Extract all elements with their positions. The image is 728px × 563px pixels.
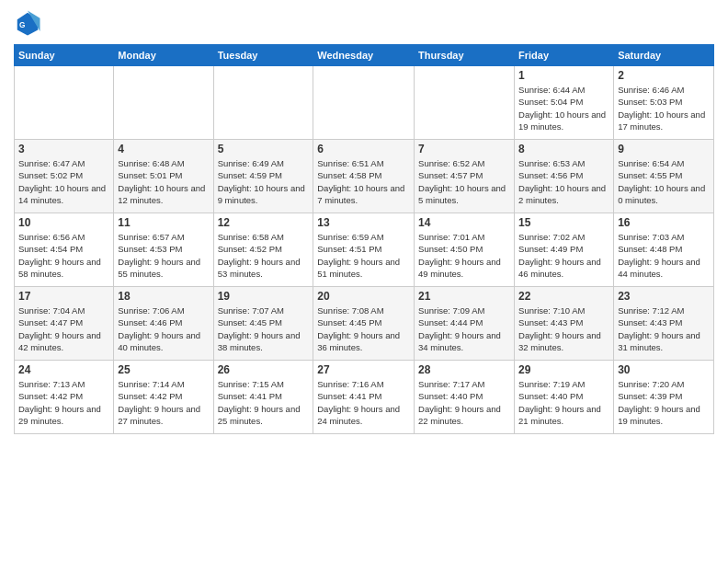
calendar-cell: 12Sunrise: 6:58 AM Sunset: 4:52 PM Dayli… [213,213,313,287]
day-info: Sunrise: 6:46 AM Sunset: 5:03 PM Dayligh… [618,84,710,132]
day-number: 24 [18,363,109,376]
day-number: 20 [317,290,410,303]
calendar-cell: 9Sunrise: 6:54 AM Sunset: 4:55 PM Daylig… [614,140,714,213]
day-number: 5 [218,143,310,155]
calendar-cell: 6Sunrise: 6:51 AM Sunset: 4:58 PM Daylig… [313,140,415,213]
day-info: Sunrise: 7:01 AM Sunset: 4:50 PM Dayligh… [418,231,510,280]
calendar-cell: 21Sunrise: 7:09 AM Sunset: 4:44 PM Dayli… [415,287,515,361]
calendar-header-row: SundayMondayTuesdayWednesdayThursdayFrid… [15,45,714,66]
calendar-week-0: 1Sunrise: 6:44 AM Sunset: 5:04 PM Daylig… [15,66,714,140]
calendar-cell: 2Sunrise: 6:46 AM Sunset: 5:03 PM Daylig… [614,66,714,140]
day-number: 27 [317,363,410,376]
calendar-cell: 26Sunrise: 7:15 AM Sunset: 4:41 PM Dayli… [213,361,313,434]
calendar-cell: 17Sunrise: 7:04 AM Sunset: 4:47 PM Dayli… [15,287,114,361]
day-info: Sunrise: 7:09 AM Sunset: 4:44 PM Dayligh… [418,304,510,353]
day-info: Sunrise: 6:59 AM Sunset: 4:51 PM Dayligh… [317,231,410,280]
calendar-cell: 13Sunrise: 6:59 AM Sunset: 4:51 PM Dayli… [313,213,415,287]
day-info: Sunrise: 7:14 AM Sunset: 4:42 PM Dayligh… [118,378,209,427]
calendar-cell: 10Sunrise: 6:56 AM Sunset: 4:54 PM Dayli… [15,213,114,287]
calendar-cell: 23Sunrise: 7:12 AM Sunset: 4:43 PM Dayli… [614,287,714,361]
day-info: Sunrise: 7:16 AM Sunset: 4:41 PM Dayligh… [317,378,410,427]
day-info: Sunrise: 6:54 AM Sunset: 4:55 PM Dayligh… [618,157,710,206]
calendar-cell [15,66,114,140]
day-info: Sunrise: 7:19 AM Sunset: 4:40 PM Dayligh… [518,378,609,427]
calendar-table: SundayMondayTuesdayWednesdayThursdayFrid… [14,44,714,434]
calendar-cell: 3Sunrise: 6:47 AM Sunset: 5:02 PM Daylig… [15,140,114,213]
day-number: 15 [518,216,609,229]
calendar-header-tuesday: Tuesday [213,45,313,66]
calendar-week-2: 10Sunrise: 6:56 AM Sunset: 4:54 PM Dayli… [15,213,714,287]
calendar-cell: 1Sunrise: 6:44 AM Sunset: 5:04 PM Daylig… [515,66,614,140]
day-number: 14 [418,216,510,229]
day-info: Sunrise: 6:51 AM Sunset: 4:58 PM Dayligh… [317,157,410,206]
day-info: Sunrise: 7:13 AM Sunset: 4:42 PM Dayligh… [18,378,109,427]
calendar-week-3: 17Sunrise: 7:04 AM Sunset: 4:47 PM Dayli… [15,287,714,361]
calendar-cell: 24Sunrise: 7:13 AM Sunset: 4:42 PM Dayli… [15,361,114,434]
day-info: Sunrise: 7:10 AM Sunset: 4:43 PM Dayligh… [518,304,609,353]
calendar-cell: 14Sunrise: 7:01 AM Sunset: 4:50 PM Dayli… [415,213,515,287]
day-info: Sunrise: 7:20 AM Sunset: 4:39 PM Dayligh… [618,378,710,427]
calendar-cell: 16Sunrise: 7:03 AM Sunset: 4:48 PM Dayli… [614,213,714,287]
day-number: 12 [218,216,310,229]
day-info: Sunrise: 6:44 AM Sunset: 5:04 PM Dayligh… [518,84,609,132]
day-number: 21 [418,290,510,303]
calendar-cell: 29Sunrise: 7:19 AM Sunset: 4:40 PM Dayli… [515,361,614,434]
calendar-header-monday: Monday [114,45,213,66]
day-number: 7 [418,143,510,155]
day-number: 4 [118,143,209,155]
calendar-cell: 5Sunrise: 6:49 AM Sunset: 4:59 PM Daylig… [213,140,313,213]
calendar-cell: 8Sunrise: 6:53 AM Sunset: 4:56 PM Daylig… [515,140,614,213]
day-number: 17 [18,290,109,303]
day-info: Sunrise: 6:48 AM Sunset: 5:01 PM Dayligh… [118,157,209,206]
day-number: 30 [618,363,710,376]
page-header: G [14,9,714,37]
day-info: Sunrise: 6:56 AM Sunset: 4:54 PM Dayligh… [18,231,109,280]
day-number: 8 [518,143,609,155]
calendar-cell: 15Sunrise: 7:02 AM Sunset: 4:49 PM Dayli… [515,213,614,287]
calendar-cell [415,66,515,140]
day-info: Sunrise: 7:02 AM Sunset: 4:49 PM Dayligh… [518,231,609,280]
calendar-week-1: 3Sunrise: 6:47 AM Sunset: 5:02 PM Daylig… [15,140,714,213]
page-container: G SundayMondayTuesdayWednesdayThursdayFr… [0,0,728,443]
calendar-cell [313,66,415,140]
calendar-header-sunday: Sunday [15,45,114,66]
day-number: 23 [618,290,710,303]
calendar-header-thursday: Thursday [415,45,515,66]
day-info: Sunrise: 7:15 AM Sunset: 4:41 PM Dayligh… [218,378,310,427]
day-info: Sunrise: 7:17 AM Sunset: 4:40 PM Dayligh… [418,378,510,427]
day-number: 13 [317,216,410,229]
day-info: Sunrise: 6:58 AM Sunset: 4:52 PM Dayligh… [218,231,310,280]
calendar-cell: 20Sunrise: 7:08 AM Sunset: 4:45 PM Dayli… [313,287,415,361]
day-number: 29 [518,363,609,376]
day-number: 18 [118,290,209,303]
calendar-cell: 4Sunrise: 6:48 AM Sunset: 5:01 PM Daylig… [114,140,213,213]
day-number: 1 [518,69,609,82]
calendar-cell: 30Sunrise: 7:20 AM Sunset: 4:39 PM Dayli… [614,361,714,434]
day-number: 6 [317,143,410,155]
day-info: Sunrise: 6:49 AM Sunset: 4:59 PM Dayligh… [218,157,310,206]
day-number: 16 [618,216,710,229]
calendar-cell: 25Sunrise: 7:14 AM Sunset: 4:42 PM Dayli… [114,361,213,434]
logo: G [14,9,45,37]
calendar-week-4: 24Sunrise: 7:13 AM Sunset: 4:42 PM Dayli… [15,361,714,434]
calendar-cell: 11Sunrise: 6:57 AM Sunset: 4:53 PM Dayli… [114,213,213,287]
day-number: 2 [618,69,710,82]
day-number: 9 [618,143,710,155]
day-info: Sunrise: 7:07 AM Sunset: 4:45 PM Dayligh… [218,304,310,353]
calendar-cell: 19Sunrise: 7:07 AM Sunset: 4:45 PM Dayli… [213,287,313,361]
day-info: Sunrise: 6:47 AM Sunset: 5:02 PM Dayligh… [18,157,109,206]
day-info: Sunrise: 7:12 AM Sunset: 4:43 PM Dayligh… [618,304,710,353]
calendar-header-friday: Friday [515,45,614,66]
calendar-cell: 7Sunrise: 6:52 AM Sunset: 4:57 PM Daylig… [415,140,515,213]
day-info: Sunrise: 6:53 AM Sunset: 4:56 PM Dayligh… [518,157,609,206]
day-number: 26 [218,363,310,376]
calendar-cell [114,66,213,140]
day-info: Sunrise: 6:52 AM Sunset: 4:57 PM Dayligh… [418,157,510,206]
day-number: 11 [118,216,209,229]
calendar-cell: 18Sunrise: 7:06 AM Sunset: 4:46 PM Dayli… [114,287,213,361]
day-info: Sunrise: 7:04 AM Sunset: 4:47 PM Dayligh… [18,304,109,353]
day-number: 22 [518,290,609,303]
calendar-header-wednesday: Wednesday [313,45,415,66]
day-number: 10 [18,216,109,229]
day-info: Sunrise: 7:06 AM Sunset: 4:46 PM Dayligh… [118,304,209,353]
